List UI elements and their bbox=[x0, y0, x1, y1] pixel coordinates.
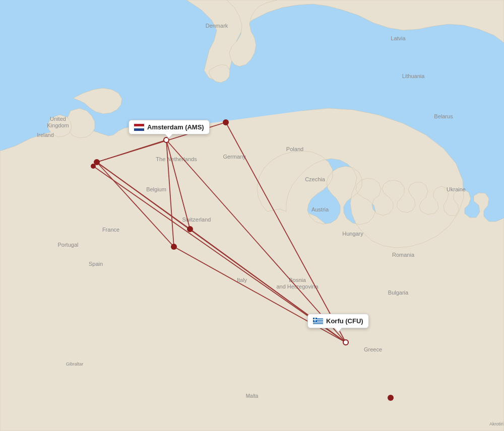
bosnia-label: Bosnia bbox=[289, 277, 306, 283]
svg-point-16 bbox=[91, 164, 96, 169]
united-kingdom-label: United bbox=[50, 116, 66, 122]
svg-point-14 bbox=[223, 119, 229, 125]
map-svg: Denmark Latvia Lithuania Belarus United … bbox=[0, 0, 504, 431]
svg-point-20 bbox=[388, 395, 394, 401]
belgium-label: Belgium bbox=[146, 186, 166, 192]
svg-point-18 bbox=[171, 244, 177, 250]
bulgaria-label: Bulgaria bbox=[388, 290, 409, 296]
czechia-label: Czechia bbox=[305, 176, 326, 182]
svg-point-17 bbox=[187, 226, 193, 232]
lithuania-label: Lithuania bbox=[402, 73, 425, 79]
map-container: Denmark Latvia Lithuania Belarus United … bbox=[0, 0, 504, 431]
akrotiri-label: Akrotiri bbox=[489, 421, 503, 426]
gibraltar-label: Gibraltar bbox=[66, 362, 84, 367]
hungary-label: Hungary bbox=[342, 231, 363, 237]
austria-label: Austria bbox=[311, 206, 329, 212]
italy-label: Italy bbox=[237, 277, 247, 283]
ukraine-label: Ukraine bbox=[447, 186, 466, 192]
netherlands-label: The Netherlands bbox=[156, 156, 197, 162]
ireland-label: Ireland bbox=[37, 132, 54, 138]
malta-label: Malta bbox=[246, 393, 259, 399]
latvia-label: Latvia bbox=[391, 35, 406, 41]
poland-label: Poland bbox=[286, 146, 303, 152]
romania-label: Romania bbox=[392, 252, 415, 258]
portugal-label: Portugal bbox=[58, 242, 79, 248]
germany-label: Germany bbox=[223, 154, 246, 160]
svg-point-19 bbox=[343, 340, 348, 345]
greece-label: Greece bbox=[364, 346, 382, 352]
spain-label: Spain bbox=[89, 261, 103, 267]
united-kingdom-label2: Kingdom bbox=[47, 122, 69, 128]
belarus-label: Belarus bbox=[434, 113, 453, 119]
svg-point-13 bbox=[164, 137, 169, 142]
denmark-label: Denmark bbox=[206, 23, 228, 29]
france-label: France bbox=[102, 227, 119, 233]
